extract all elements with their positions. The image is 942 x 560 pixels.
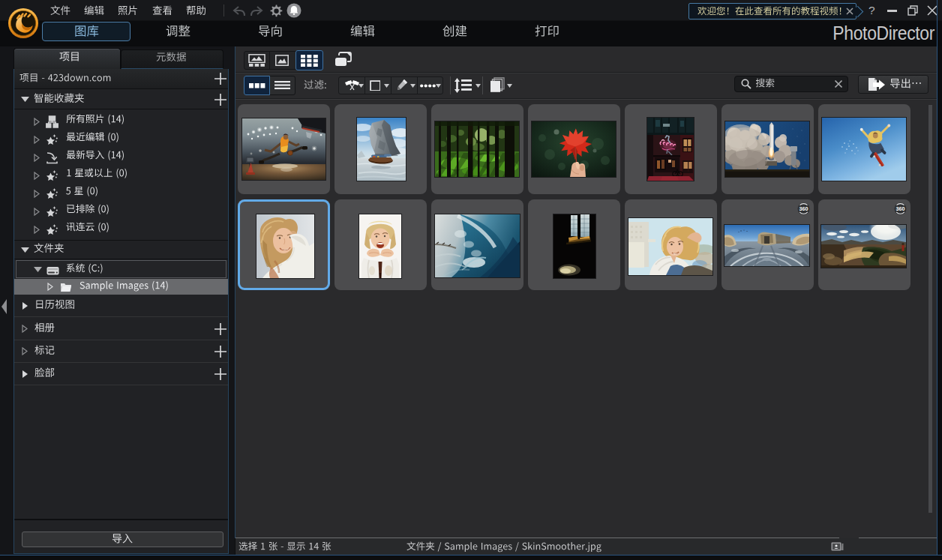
svg-text:360: 360 — [896, 205, 905, 212]
svg-text:360: 360 — [800, 205, 808, 212]
